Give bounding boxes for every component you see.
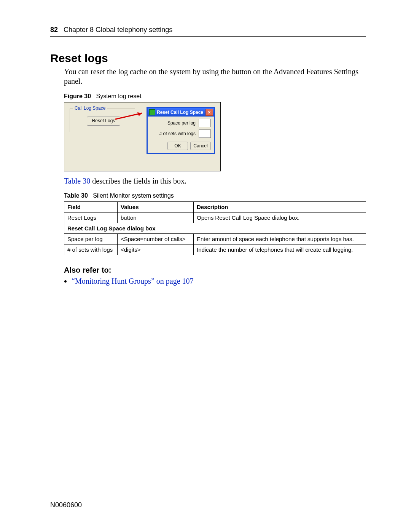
table-row: Reset Logs button Opens Reset Call Log S… (64, 212, 366, 223)
section-body: You can reset the log cache on the syste… (64, 67, 366, 286)
cell-span: Reset Call Log Space dialog box (64, 223, 366, 234)
cell: <Space=number of calls> (118, 234, 194, 244)
after-figure-rest: describes the fields in this box. (90, 177, 186, 185)
cell: Opens Reset Call Log Space dialog box. (194, 212, 366, 223)
figure-label: Figure 30 (64, 93, 91, 99)
reset-logs-button[interactable]: Reset Logs (87, 117, 120, 126)
page-footer: N0060600 (50, 498, 366, 509)
also-refer-list: “Monitoring Hunt Groups” on page 107 (72, 277, 366, 286)
space-per-log-label: Space per log (167, 120, 196, 126)
page-header: 82 Chapter 8 Global telephony settings (50, 26, 366, 37)
sets-with-logs-label: # of sets with logs (159, 131, 196, 136)
close-icon[interactable]: × (206, 109, 213, 116)
after-figure-paragraph: Table 30 describes the fields in this bo… (64, 177, 366, 185)
groupbox-legend: Call Log Space (73, 105, 107, 111)
dialog-row-space-per-log: Space per log (148, 117, 214, 127)
cell: Enter amount of space each telephone tha… (194, 234, 366, 244)
dialog-row-sets-with-logs: # of sets with logs (148, 127, 214, 138)
chapter-title: Chapter 8 Global telephony settings (64, 26, 172, 34)
table-subheader-row: Reset Call Log Space dialog box (64, 223, 366, 234)
cell: # of sets with logs (64, 244, 118, 255)
dialog-button-row: OK Cancel (148, 138, 214, 153)
th-values: Values (118, 202, 194, 212)
also-refer-heading: Also refer to: (64, 266, 366, 275)
page: 82 Chapter 8 Global telephony settings R… (0, 0, 411, 532)
cell: Indicate the number of telephones that w… (194, 244, 366, 255)
cell: Reset Logs (64, 212, 118, 223)
page-number: 82 (50, 26, 58, 34)
table-label: Table 30 (64, 192, 88, 199)
doc-id: N0060600 (50, 501, 82, 509)
cell: button (118, 212, 194, 223)
table-row: Space per log <Space=number of calls> En… (64, 234, 366, 244)
table-caption-text: Silent Monitor system settings (93, 192, 174, 199)
reset-call-log-space-dialog: Reset Call Log Space × Space per log # o… (147, 107, 215, 154)
sets-with-logs-input[interactable] (199, 129, 211, 138)
settings-table: Field Values Description Reset Logs butt… (64, 201, 366, 255)
table-caption: Table 30 Silent Monitor system settings (64, 192, 366, 199)
dialog-titlebar: Reset Call Log Space × (148, 108, 214, 117)
table-header-row: Field Values Description (64, 202, 366, 212)
list-item: “Monitoring Hunt Groups” on page 107 (72, 277, 366, 286)
th-description: Description (194, 202, 366, 212)
span-row-text: Reset Call Log Space dialog box (67, 225, 156, 232)
figure-caption-text: System log reset (96, 93, 141, 99)
cell: <digits> (118, 244, 194, 255)
intro-paragraph: You can reset the log cache on the syste… (64, 67, 366, 86)
section-title: Reset logs (50, 52, 366, 65)
cell: Space per log (64, 234, 118, 244)
svg-marker-1 (137, 112, 142, 116)
monitoring-hunt-groups-link[interactable]: “Monitoring Hunt Groups” on page 107 (72, 277, 194, 285)
table-30-link[interactable]: Table 30 (64, 177, 90, 185)
cancel-button[interactable]: Cancel (190, 142, 211, 150)
dialog-title: Reset Call Log Space (157, 110, 204, 115)
figure-caption: Figure 30 System log reset (64, 93, 366, 100)
dialog-title-icon (149, 109, 155, 115)
call-log-space-groupbox: Call Log Space Reset Logs (70, 109, 135, 132)
space-per-log-input[interactable] (199, 119, 211, 127)
figure-screenshot: Call Log Space Reset Logs Reset Call Log… (64, 102, 221, 171)
th-field: Field (64, 202, 118, 212)
table-row: # of sets with logs <digits> Indicate th… (64, 244, 366, 255)
ok-button[interactable]: OK (167, 142, 188, 150)
